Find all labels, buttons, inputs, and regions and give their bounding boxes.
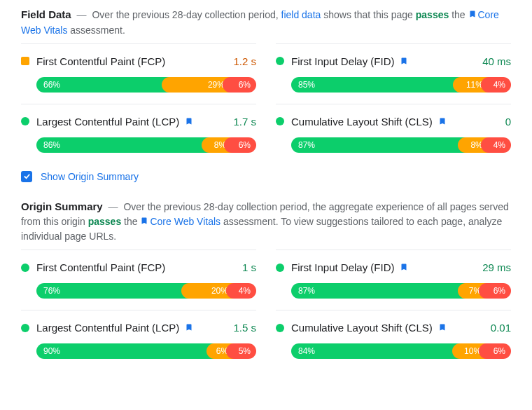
distribution-bar: 85% 11% 4% xyxy=(291,77,511,93)
metric-name: First Input Delay (FID) xyxy=(291,261,475,273)
seg-good: 84% xyxy=(291,343,460,359)
field-passes: passes xyxy=(416,9,449,20)
metric-value: 40 ms xyxy=(482,55,511,67)
seg-bad: 4% xyxy=(481,77,511,93)
seg-bad: 4% xyxy=(226,283,256,299)
field-blurb-mid: shows that this page xyxy=(321,9,415,20)
seg-good: 85% xyxy=(291,77,461,93)
distribution-bar: 76% 20% 4% xyxy=(36,283,256,299)
bookmark-icon xyxy=(435,322,447,334)
seg-good: 86% xyxy=(36,137,209,153)
status-square-icon xyxy=(21,57,29,65)
distribution-bar: 84% 10% 6% xyxy=(291,343,511,359)
field-metrics-grid: First Contentful Paint (FCP) 1.2 s 66% 2… xyxy=(21,43,511,164)
seg-good: 66% xyxy=(36,77,169,93)
metric-value: 0.01 xyxy=(491,322,511,334)
distribution-bar: 86% 8% 6% xyxy=(36,137,256,153)
bookmark-icon xyxy=(182,322,193,334)
metric-value: 0 xyxy=(505,116,511,128)
distribution-bar: 66% 29% 6% xyxy=(36,77,256,93)
show-origin-summary-toggle[interactable]: Show Origin Summary xyxy=(21,164,511,199)
origin-summary-header: Origin Summary — Over the previous 28-da… xyxy=(21,199,511,245)
bookmark-icon xyxy=(435,116,447,128)
seg-bad: 6% xyxy=(223,77,256,93)
seg-good: 76% xyxy=(36,283,189,299)
seg-bad: 5% xyxy=(226,343,256,359)
metric-name: Cumulative Layout Shift (CLS) xyxy=(291,116,498,128)
field-blurb-post: the xyxy=(449,9,468,20)
field-data-title: Field Data xyxy=(21,8,71,20)
status-dot-icon xyxy=(21,117,29,125)
metric-name: First Input Delay (FID) xyxy=(291,55,475,67)
seg-bad: 4% xyxy=(481,137,511,153)
distribution-bar: 87% 8% 4% xyxy=(291,137,511,153)
metric-fid: First Input Delay (FID) 29 ms 87% 7% 6% xyxy=(276,250,511,310)
metric-lcp: Largest Contentful Paint (LCP) 1.7 s 86%… xyxy=(21,104,256,164)
metric-name: Cumulative Layout Shift (CLS) xyxy=(291,322,484,334)
seg-good: 87% xyxy=(291,283,465,299)
bookmark-icon xyxy=(140,216,148,227)
metric-fcp: First Contentful Paint (FCP) 1.2 s 66% 2… xyxy=(21,43,256,104)
metric-value: 1.7 s xyxy=(233,116,256,128)
metric-value: 1.5 s xyxy=(233,322,256,334)
seg-good: 90% xyxy=(36,343,214,359)
distribution-bar: 87% 7% 6% xyxy=(291,283,511,299)
field-blurb-pre: Over the previous 28-day collection peri… xyxy=(92,9,281,20)
field-blurb-end: assessment. xyxy=(67,25,125,36)
status-dot-icon xyxy=(276,57,284,65)
origin-passes: passes xyxy=(88,216,121,227)
status-dot-icon xyxy=(276,117,284,125)
bookmark-icon xyxy=(398,262,409,273)
checkbox-checked-icon[interactable] xyxy=(21,171,32,182)
field-data-header: Field Data — Over the previous 28-day co… xyxy=(21,7,511,38)
origin-metrics-grid: First Contentful Paint (FCP) 1 s 76% 20%… xyxy=(21,250,511,370)
metric-value: 29 ms xyxy=(482,261,511,273)
metric-value: 1 s xyxy=(242,261,256,273)
seg-bad: 6% xyxy=(479,343,511,359)
metric-name: First Contentful Paint (FCP) xyxy=(36,261,235,273)
seg-bad: 6% xyxy=(224,137,256,153)
dash: — xyxy=(108,201,118,212)
metric-cls: Cumulative Layout Shift (CLS) 0 87% 8% 4… xyxy=(276,104,511,164)
status-dot-icon xyxy=(21,264,29,272)
status-dot-icon xyxy=(276,324,284,332)
dash: — xyxy=(77,9,87,20)
metric-fcp: First Contentful Paint (FCP) 1 s 76% 20%… xyxy=(21,250,256,310)
origin-blurb-mid: the xyxy=(121,216,140,227)
status-dot-icon xyxy=(276,264,284,272)
seg-bad: 6% xyxy=(479,283,511,299)
metric-lcp: Largest Contentful Paint (LCP) 1.5 s 90%… xyxy=(21,310,256,370)
seg-mid: 29% xyxy=(162,77,230,93)
status-dot-icon xyxy=(21,324,29,332)
show-origin-summary-label: Show Origin Summary xyxy=(41,171,139,182)
metric-fid: First Input Delay (FID) 40 ms 85% 11% 4% xyxy=(276,43,511,104)
metric-name: First Contentful Paint (FCP) xyxy=(36,55,226,67)
bookmark-icon xyxy=(182,116,193,128)
metric-name: Largest Contentful Paint (LCP) xyxy=(36,116,226,128)
metric-value: 1.2 s xyxy=(233,55,256,67)
bookmark-icon xyxy=(398,56,409,67)
origin-summary-title: Origin Summary xyxy=(21,200,103,212)
bookmark-icon xyxy=(468,9,477,20)
distribution-bar: 90% 6% 5% xyxy=(36,343,256,359)
field-data-link[interactable]: field data xyxy=(281,9,321,20)
cwv-link[interactable]: Core Web Vitals xyxy=(150,216,220,227)
metric-cls: Cumulative Layout Shift (CLS) 0.01 84% 1… xyxy=(276,310,511,370)
seg-good: 87% xyxy=(291,137,465,153)
metric-name: Largest Contentful Paint (LCP) xyxy=(36,322,226,334)
